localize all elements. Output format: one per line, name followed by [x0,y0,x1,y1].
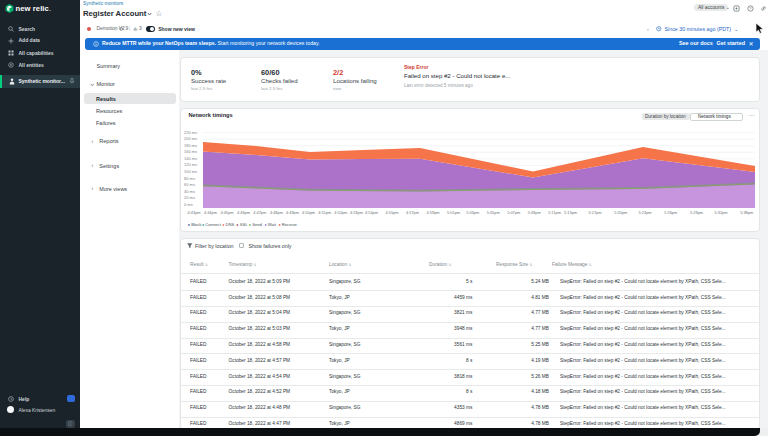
svg-text:?: ? [749,5,752,10]
